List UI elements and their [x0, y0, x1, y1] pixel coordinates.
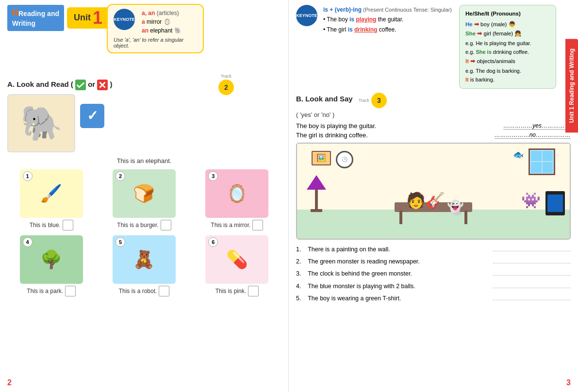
- scene-monster-green: 👾: [521, 191, 541, 210]
- right-tab: Unit 1 Reading and Writing: [565, 39, 578, 132]
- keynote-right-wrapper: KEY NOTE is + (verb)-ing (Present Contin…: [296, 5, 452, 34]
- sentence-answer-2: ………………no………………: [495, 131, 571, 139]
- checkmark-area: ✓: [80, 104, 104, 128]
- page-number-left: 2: [7, 378, 12, 387]
- answer-box-1[interactable]: [63, 220, 73, 230]
- question-dots-4[interactable]: [493, 281, 571, 288]
- question-row-2: 2. The green monster is reading newspape…: [296, 257, 571, 267]
- item-image-3: 3 🪞: [205, 169, 268, 218]
- writing-label: Writing: [12, 19, 35, 27]
- answer-box-4[interactable]: [65, 286, 76, 296]
- sentence-answer-1: ……………yes……………: [503, 122, 571, 130]
- she-row: She ➡ girl (female) 👧: [465, 29, 550, 39]
- question-dots-1[interactable]: [493, 245, 571, 251]
- list-item: 3 🪞 This is a mirror.: [193, 169, 281, 230]
- checkmark-large: ✓: [80, 104, 104, 128]
- track3-badge-wrapper: B. Look and Say Track 3: [296, 93, 571, 108]
- item-image-4: 4 🌳: [20, 235, 83, 284]
- answer-box-3[interactable]: [252, 220, 263, 230]
- track2-circle: 2: [218, 80, 234, 95]
- track3-circle: 3: [371, 93, 387, 108]
- answer-box-6[interactable]: [248, 286, 259, 296]
- item-image-2: 2 🍞: [113, 169, 176, 218]
- keynote-icon: KEY NOTE: [114, 9, 135, 30]
- unit-number: 1: [93, 9, 102, 27]
- keynote-icon-right: KEY NOTE: [296, 5, 317, 26]
- scene-window: [528, 148, 555, 175]
- pronouns-box: He/She/It (Pronouns) He ➡ boy (male) 👦 S…: [459, 5, 556, 89]
- section-a-title: A. Look and Read ( or ): [7, 80, 281, 90]
- question-dots-3[interactable]: [493, 269, 571, 276]
- answer-box-5[interactable]: [159, 286, 169, 296]
- pronouns-title: He/She/It (Pronouns): [465, 9, 550, 19]
- eg1-row: e.g. He is playing the guitar.: [465, 39, 550, 48]
- scene-image: 🕐 🧑‍🎸 👾 👻 🖼️ 🐟: [296, 143, 571, 240]
- item-image-6: 6 💊: [205, 235, 268, 284]
- items-grid: 1 🖌️ This is blue. 2 🍞 This is a burger.…: [7, 169, 281, 296]
- he-row: He ➡ boy (male) 👦: [465, 20, 550, 30]
- scene-fish: 🐟: [513, 149, 524, 160]
- keynote-bubble-left: KEY NOTE a, an (articles) a mirror 🪞 an …: [107, 4, 204, 53]
- r-letter: R: [12, 8, 18, 18]
- scene-clock: 🕐: [336, 151, 353, 168]
- scene-lamp: [307, 175, 326, 212]
- item-caption-4: This is a park.: [27, 286, 76, 296]
- left-page: RReading and Writing Unit 1 KEY NOTE a, …: [0, 0, 289, 392]
- item-image-1: 1 🖌️: [20, 169, 83, 218]
- scene-monster-blue: 👻: [447, 199, 464, 215]
- scene-boy: 🧑‍🎸: [406, 191, 445, 210]
- item-caption-2: This is a burger.: [117, 220, 171, 230]
- item-caption-5: This is a robot.: [119, 286, 170, 296]
- question-row-5: 5. The boy is wearing a green T-shirt.: [296, 294, 571, 304]
- header-right: KEY NOTE is + (verb)-ing (Present Contin…: [296, 5, 571, 89]
- item-caption-1: This is blue.: [30, 220, 73, 230]
- question-dots-2[interactable]: [493, 257, 571, 263]
- sentences-list: The boy is playing the guitar. ……………yes……: [296, 122, 571, 139]
- list-item: 2 🍞 This is a burger.: [100, 169, 188, 230]
- unit-label: Unit: [74, 13, 91, 23]
- reading-writing-badge: RReading and Writing: [7, 5, 64, 31]
- sentence-row-1: The boy is playing the guitar. ……………yes……: [296, 122, 571, 130]
- answer-box-2[interactable]: [161, 220, 171, 230]
- svg-rect-1: [75, 80, 86, 90]
- list-item: 5 🧸 This is a robot.: [100, 235, 188, 296]
- elephant-section: 🐘 ✓: [7, 94, 281, 152]
- question-row-3: 3. The clock is behind the green monster…: [296, 269, 571, 279]
- list-item: 6 💊 This is pink.: [193, 235, 281, 296]
- unit-badge: Unit 1: [67, 7, 109, 29]
- list-item: 1 🖌️ This is blue.: [7, 169, 95, 230]
- section-b-title: B. Look and Say: [296, 95, 353, 103]
- elephant-image: 🐘: [7, 94, 75, 152]
- item-caption-6: This is pink.: [215, 286, 259, 296]
- sentence-row-2: The girl is drinking coffee. ………………no…………: [296, 131, 571, 139]
- list-item: 4 🌳 This is a park.: [7, 235, 95, 296]
- elephant-caption: This is an elephant.: [7, 157, 281, 164]
- track2-badge: Track 2: [218, 74, 234, 95]
- question-dots-5[interactable]: [493, 294, 571, 300]
- section-a-container: A. Look and Read ( or ) 🐘 ✓ This is an e…: [7, 80, 281, 164]
- question-row-4: 4. The blue monster is playing with 2 ba…: [296, 281, 571, 292]
- item-caption-3: This is a mirror.: [211, 220, 263, 230]
- questions-list: 1. There is a painting on the wall. 2. T…: [296, 245, 571, 304]
- question-row-1: 1. There is a painting on the wall.: [296, 245, 571, 255]
- eg3-row: e.g. The dog is barking.: [465, 66, 550, 76]
- keynote-content-right: is + (verb)-ing (Present Continuous Tens…: [323, 5, 452, 34]
- keynote-content-left: a, an (articles) a mirror 🪞 an elephant …: [142, 9, 182, 35]
- keynote-note: Use 'a', 'an' to refer a singular object…: [114, 37, 197, 49]
- item-image-5: 5 🧸: [113, 235, 176, 284]
- yes-no-subtitle: ( 'yes' or 'no' ): [296, 111, 571, 118]
- page-number-right: 3: [566, 378, 571, 387]
- eg2-row: e.g. She is drinking coffee.: [465, 48, 550, 57]
- scene-tv: [545, 191, 565, 215]
- it-row: It ➡ objects/animals: [465, 57, 550, 66]
- scene-painting: 🖼️: [312, 151, 331, 165]
- right-page: Unit 1 Reading and Writing KEY NOTE is +…: [289, 0, 578, 392]
- eg3b-row: It is barking.: [465, 75, 550, 84]
- reading-label: Reading and: [18, 10, 59, 17]
